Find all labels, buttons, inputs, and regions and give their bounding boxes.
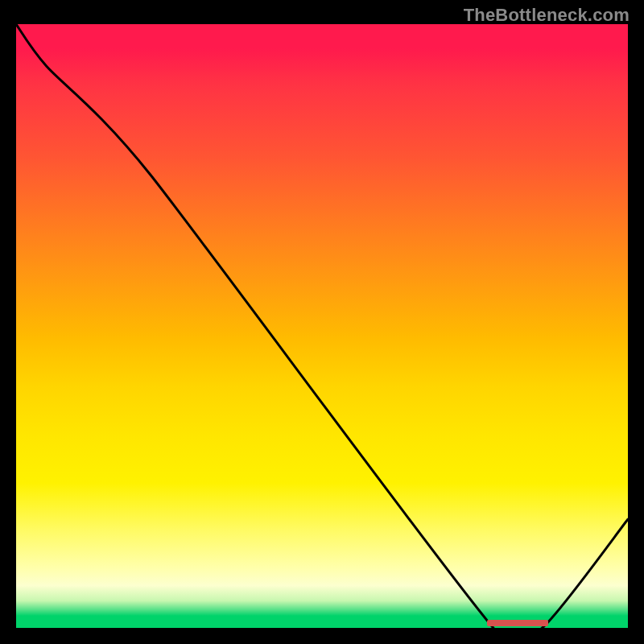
chart-stage: TheBottleneck.com [0, 0, 644, 644]
optimal-range-marker [487, 620, 548, 626]
plot-area [16, 24, 628, 628]
series-line [16, 24, 628, 628]
watermark-text: TheBottleneck.com [464, 5, 630, 26]
